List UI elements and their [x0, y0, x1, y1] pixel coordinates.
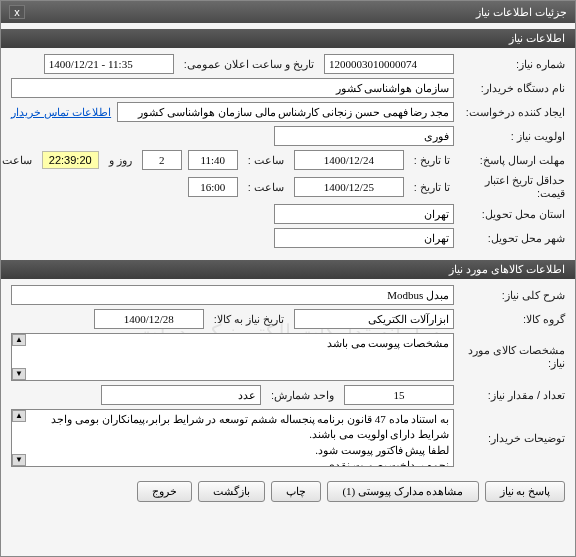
org-field[interactable]	[11, 78, 454, 98]
button-bar: پاسخ به نیاز مشاهده مدارک پیوستی (1) چاپ…	[1, 473, 575, 510]
respond-button[interactable]: پاسخ به نیاز	[485, 481, 566, 502]
requester-field[interactable]	[117, 102, 454, 122]
unit-field[interactable]	[101, 385, 261, 405]
group-field[interactable]	[294, 309, 454, 329]
need-info-form: شماره نیاز: تاریخ و ساعت اعلان عمومی: نا…	[1, 48, 575, 254]
window-title: جزئیات اطلاعات نیاز	[476, 6, 567, 19]
need-date-field[interactable]	[94, 309, 204, 329]
qty-label: تعداد / مقدار نیاز:	[460, 389, 565, 402]
remain-label: ساعت باقی مانده	[0, 154, 36, 167]
scroll-up-icon[interactable]: ▲	[12, 410, 26, 422]
section-goods-header: اطلاعات کالاهای مورد نیاز	[1, 260, 575, 279]
deliver-province-field[interactable]	[274, 204, 454, 224]
titlebar: جزئیات اطلاعات نیاز x	[1, 1, 575, 23]
deadline-time-field[interactable]	[188, 150, 238, 170]
back-button[interactable]: بازگشت	[198, 481, 265, 502]
unit-label: واحد شمارش:	[267, 389, 338, 402]
valid-time-field[interactable]	[188, 177, 238, 197]
deadline-date-field[interactable]	[294, 150, 404, 170]
goods-form: شرح کلی نیاز: گروه کالا: تاریخ نیاز به ک…	[1, 279, 575, 473]
announce-datetime-field[interactable]	[44, 54, 174, 74]
announce-label: تاریخ و ساعت اعلان عمومی:	[180, 58, 318, 71]
requester-label: ایجاد کننده درخواست:	[460, 106, 565, 119]
countdown-badge: 22:39:20	[42, 151, 99, 169]
exit-button[interactable]: خروج	[137, 481, 192, 502]
spec-textarea[interactable]	[11, 333, 454, 381]
priority-field[interactable]	[274, 126, 454, 146]
attachments-button[interactable]: مشاهده مدارک پیوستی (1)	[327, 481, 478, 502]
window: جزئیات اطلاعات نیاز x اطلاعات نیاز شماره…	[0, 0, 576, 557]
org-label: نام دستگاه خریدار:	[460, 82, 565, 95]
need-number-label: شماره نیاز:	[460, 58, 565, 71]
buyer-notes-label: توضیحات خریدار:	[460, 432, 565, 445]
group-label: گروه کالا:	[460, 313, 565, 326]
desc-label: شرح کلی نیاز:	[460, 289, 565, 302]
need-number-field[interactable]	[324, 54, 454, 74]
deliver-city-field[interactable]	[274, 228, 454, 248]
buyer-contact-link[interactable]: اطلاعات تماس خریدار	[11, 106, 111, 119]
section-need-info-header: اطلاعات نیاز	[1, 29, 575, 48]
valid-label: حداقل تاریخ اعتبار قیمت:	[460, 174, 565, 200]
print-button[interactable]: چاپ	[271, 481, 321, 502]
scroll-down-icon[interactable]: ▼	[12, 368, 26, 380]
to-date-label-1: تا تاریخ :	[410, 154, 454, 167]
scroll-up-icon[interactable]: ▲	[12, 334, 26, 346]
days-and-label: روز و	[105, 154, 136, 167]
buyer-notes-textarea[interactable]	[11, 409, 454, 467]
scroll-down-icon[interactable]: ▼	[12, 454, 26, 466]
to-date-label-2: تا تاریخ :	[410, 181, 454, 194]
close-icon[interactable]: x	[9, 5, 25, 19]
desc-field[interactable]	[11, 285, 454, 305]
deliver-province-label: استان محل تحویل:	[460, 208, 565, 221]
deadline-send-label: مهلت ارسال پاسخ:	[460, 154, 565, 167]
time-label-1: ساعت :	[244, 154, 288, 167]
qty-field[interactable]	[344, 385, 454, 405]
deliver-city-label: شهر محل تحویل:	[460, 232, 565, 245]
time-label-2: ساعت :	[244, 181, 288, 194]
need-date-label: تاریخ نیاز به کالا:	[210, 313, 288, 326]
spec-label: مشخصات کالای مورد نیاز:	[460, 344, 565, 370]
valid-date-field[interactable]	[294, 177, 404, 197]
days-field[interactable]	[142, 150, 182, 170]
priority-label: اولویت نیاز :	[460, 130, 565, 143]
